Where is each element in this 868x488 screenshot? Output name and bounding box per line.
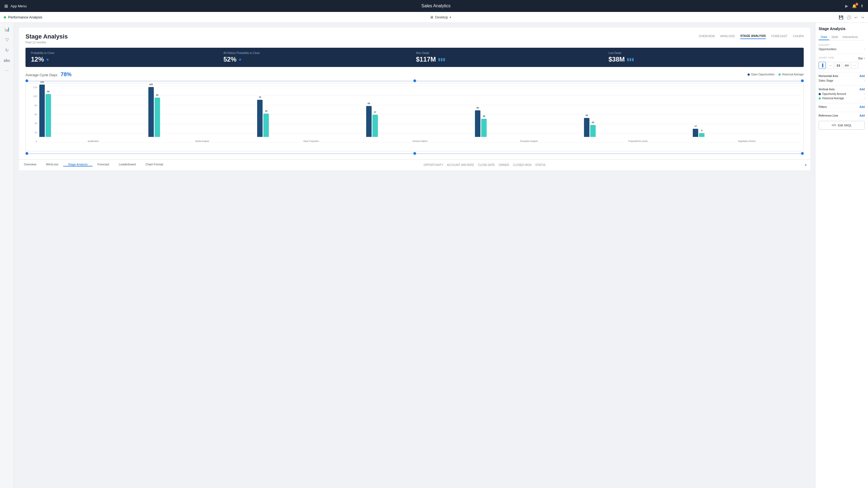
rp-tab-interactions[interactable]: Interactions — [840, 34, 860, 40]
bar-b-0[interactable]: 90 — [45, 94, 51, 137]
chart-header: Average Cycle Days 78% Open Opportunitie… — [26, 71, 804, 77]
view-label[interactable]: Desktop — [435, 15, 448, 19]
save-icon[interactable]: 💾 — [839, 15, 843, 20]
rp-horizontal-axis-item[interactable]: Sales Stage › — [818, 79, 865, 82]
filter-close-date[interactable]: CLOSE DATE — [478, 163, 495, 166]
rp-ref-title: Reference Line Add — [818, 114, 865, 117]
bar-a-1[interactable]: 105 — [148, 87, 154, 137]
rp-vertical-add[interactable]: Add — [860, 88, 865, 91]
add-tab-icon[interactable]: + — [805, 163, 807, 167]
code-icon: </> — [832, 123, 836, 127]
rp-dataset-section: Dataset Opportunities › — [818, 44, 865, 51]
bar-a-2[interactable]: 78 — [257, 100, 262, 137]
rp-hist-avg-item[interactable]: Historical Average › — [818, 97, 865, 100]
legend-hist-avg: Historical Average — [778, 73, 804, 76]
tab-winloss[interactable]: WIN/LOSS — [720, 34, 735, 39]
play-icon[interactable]: ▶ — [845, 4, 848, 8]
bar-group-2: 7849Value Proposition — [257, 100, 365, 143]
refresh-icon[interactable]: ↻ — [5, 48, 9, 53]
history-icon[interactable]: 🕐 — [846, 15, 851, 20]
ct-bar-icon[interactable]: ▐ — [818, 62, 826, 69]
tab-stage-analysis[interactable]: STAGE ANALYSIS — [740, 34, 766, 39]
bottom-filter: OPPORTUNITY ACCOUNT WIN RATE CLOSE DATE … — [420, 163, 550, 167]
redo-icon[interactable]: ↪ — [861, 15, 864, 20]
stat-history-prob-label: All History Probability to Close — [223, 52, 413, 55]
top-nav-left: ⊞ App Menu — [4, 3, 27, 9]
notifications-icon[interactable]: 🔔 5 — [852, 4, 857, 8]
filter-status[interactable]: STATUS — [535, 163, 546, 166]
bar-b-3[interactable]: 47 — [372, 115, 378, 137]
bar-b-2[interactable]: 49 — [264, 113, 269, 137]
chart-icon[interactable]: 📊 — [4, 27, 10, 32]
rp-vertical-axis-section: Vertical Axis Add Opportunity Amount › H… — [818, 88, 865, 100]
y-label-100: 100 — [29, 95, 37, 98]
bar-a-4[interactable]: 56 — [475, 110, 480, 137]
edit-saql-button[interactable]: </> Edit SAQL — [818, 121, 865, 130]
page-title: Performance Analysis — [8, 15, 42, 19]
rp-tab-style[interactable]: Style — [829, 34, 840, 40]
slider-handle-left[interactable] — [26, 79, 28, 82]
bottom-tab-stage-analysis[interactable]: Stage Analysis — [63, 163, 93, 166]
bar-b-1[interactable]: 83 — [155, 98, 160, 137]
bar-b-5[interactable]: 25 — [590, 125, 596, 137]
bar-group-label-2: Value Proposition — [303, 140, 319, 142]
slider-bottom-left[interactable] — [26, 152, 28, 155]
bar-group-label-6: Negotiation Review — [738, 140, 756, 142]
chart-title: Average Cycle Days — [26, 73, 58, 77]
rp-ref-line-section: Reference Line Add — [818, 114, 865, 117]
filter-account-win-rate[interactable]: ACCOUNT WIN RATE — [447, 163, 474, 166]
circle2-icon: ● — [239, 57, 242, 62]
bottom-tab-overview[interactable]: Overview — [19, 163, 41, 166]
ct-line-icon[interactable]: ─ — [827, 62, 834, 69]
bar-mini2-icon: ▮▮▮ — [627, 57, 634, 62]
rp-tab-data[interactable]: Data — [818, 34, 829, 40]
rp-opp-amount-item[interactable]: Opportunity Amount › — [818, 93, 865, 95]
slider-handle-mid[interactable] — [413, 79, 416, 82]
main-layout: 📊 ▽ ↻ abc ··· Stage Analysis Past 12 mon… — [0, 23, 868, 488]
rp-dataset-label: Dataset — [818, 44, 865, 46]
app-title: Sales Analytics — [421, 3, 451, 8]
more-icon[interactable]: ··· — [5, 68, 9, 73]
bottom-tab-leaderboard[interactable]: Leaderboard — [114, 163, 141, 166]
grid-icon[interactable]: ⊞ — [4, 3, 8, 9]
chevron-right-4-icon: › — [864, 97, 865, 100]
tab-overview[interactable]: OVERVIEW — [699, 34, 715, 39]
text-icon[interactable]: abc — [3, 58, 10, 63]
slider-handle-right[interactable] — [801, 79, 804, 82]
ct-grouped-icon[interactable]: ▮▮ — [835, 62, 842, 69]
app-menu-label[interactable]: App Menu — [10, 4, 27, 8]
bottom-tab-chart-format[interactable]: Chart Format — [141, 163, 168, 166]
rp-ref-add[interactable]: Add — [860, 114, 865, 117]
filter-closed-won[interactable]: CLOSED WON — [513, 163, 531, 166]
slider-bottom-mid[interactable] — [413, 152, 416, 155]
rp-dataset-value[interactable]: Opportunities › — [818, 47, 865, 51]
tab-forecast[interactable]: FORECAST — [771, 34, 787, 39]
bar-chart: 120 100 80 60 40 20 0 — [26, 83, 804, 151]
bar-b-4[interactable]: 38 — [481, 119, 487, 137]
bar-group-label-3: Decision Makers — [412, 140, 428, 142]
bar-a-0[interactable]: 110 — [39, 85, 45, 137]
slider-bottom-right[interactable] — [801, 152, 804, 155]
upload-icon[interactable]: ⬆ — [860, 4, 864, 8]
bottom-tab-winloss[interactable]: Win/Loss — [41, 163, 63, 166]
bar-a-6[interactable]: 17 — [693, 129, 698, 137]
y-axis: 120 100 80 60 40 20 0 — [29, 86, 37, 143]
filter-owner[interactable]: OWNER — [499, 163, 509, 166]
filter-opportunity[interactable]: OPPORTUNITY — [424, 163, 443, 166]
tab-churn[interactable]: CHURN — [793, 34, 804, 39]
chart-tabs: OVERVIEW WIN/LOSS STAGE ANALYSIS FORECAS… — [699, 34, 804, 39]
bottom-tab-forecast[interactable]: Forecast — [93, 163, 114, 166]
rp-hist-avg-label: Historical Average — [822, 97, 863, 100]
slider-top — [26, 79, 804, 83]
ct-stacked-icon[interactable]: ▮▮▮ — [843, 62, 850, 69]
rp-filters-add[interactable]: Add — [860, 105, 865, 108]
undo-icon[interactable]: ↩ — [855, 15, 858, 20]
rp-horizontal-add[interactable]: Add — [860, 74, 865, 77]
bar-b-6[interactable]: 8 — [699, 133, 705, 137]
filter-icon[interactable]: ▽ — [5, 37, 9, 42]
chevron-down-icon[interactable]: ▾ — [450, 16, 451, 19]
bar-a-5[interactable]: 40 — [584, 118, 589, 137]
ct-more-icon[interactable]: ··· — [851, 62, 858, 69]
bar-a-3[interactable]: 65 — [366, 106, 372, 137]
bottom-tabs: Overview Win/Loss Stage Analysis Forecas… — [19, 163, 168, 166]
